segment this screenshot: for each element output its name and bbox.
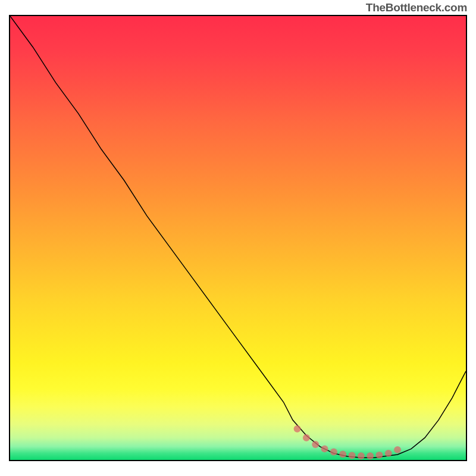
attribution-text: TheBottleneck.com — [366, 1, 467, 14]
gradient-background — [10, 16, 466, 460]
plot-area — [9, 15, 467, 461]
chart-container: TheBottleneck.com — [0, 0, 476, 476]
